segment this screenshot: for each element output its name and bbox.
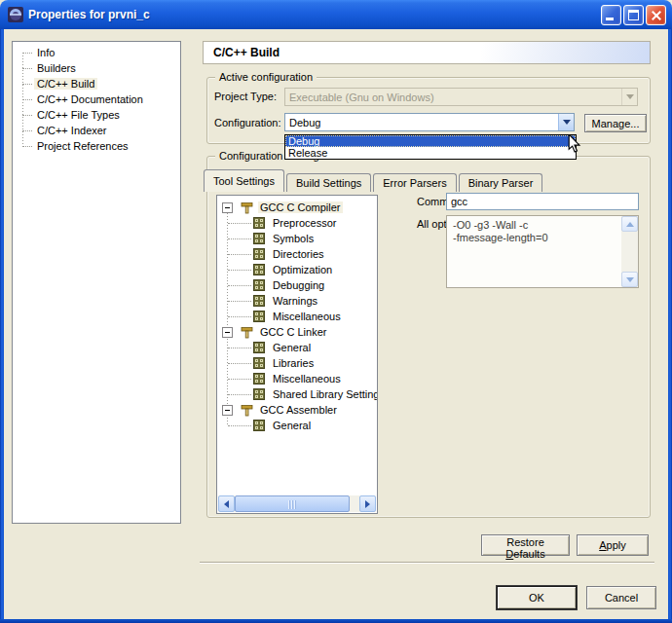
maximize-button[interactable] — [623, 5, 644, 25]
arrow-left-icon — [224, 500, 229, 508]
dropdown-option[interactable]: Debug — [285, 135, 576, 147]
arrow-right-icon — [365, 500, 370, 508]
tree-item-setting[interactable]: Libraries — [217, 355, 377, 371]
tree-item-setting[interactable]: Debugging — [217, 277, 377, 293]
chevron-down-icon — [621, 89, 637, 105]
scroll-right-button[interactable] — [359, 495, 376, 512]
button-divider — [200, 562, 654, 564]
tree-item-setting[interactable]: Symbols — [217, 231, 377, 246]
cancel-button[interactable]: Cancel — [586, 586, 656, 609]
all-options-text[interactable]: -O0 -g3 -Wall -c -fmessage-length=0 — [447, 216, 621, 287]
sidebar-item[interactable]: C/C++ Indexer — [13, 123, 180, 138]
configuration-dropdown-list: Debug Release — [284, 134, 577, 160]
all-options-box: -O0 -g3 -Wall -c -fmessage-length=0 — [446, 215, 639, 288]
category-grid-icon — [253, 357, 265, 369]
configuration-value: Debug — [285, 117, 558, 128]
category-grid-icon — [253, 248, 265, 260]
tool-settings-tree-rows: GCC C CompilerPreprocessorSymbolsDirecto… — [217, 196, 377, 433]
category-grid-icon — [253, 373, 265, 385]
category-grid-icon — [253, 295, 265, 307]
apply-button[interactable]: Apply — [577, 534, 649, 556]
arrow-up-icon — [626, 222, 634, 227]
tree-item-setting[interactable]: Directories — [217, 246, 377, 262]
vertical-scrollbar[interactable] — [621, 216, 638, 287]
project-type-label: Project Type: — [214, 91, 277, 102]
project-type-value: Executable (Gnu on Windows) — [285, 92, 621, 103]
sidebar-item[interactable]: Info — [13, 45, 180, 60]
settings-tabs: Tool Settings Build Settings Error Parse… — [204, 169, 544, 192]
configuration-label: Configuration: — [214, 117, 281, 128]
tree-item-setting[interactable]: Warnings — [217, 293, 377, 309]
tree-item-tool[interactable]: GCC C Compiler — [217, 200, 377, 215]
horizontal-scrollbar[interactable] — [218, 495, 376, 512]
tree-item-tool[interactable]: GCC Assembler — [217, 402, 377, 418]
page-title-banner: C/C++ Build — [203, 41, 651, 64]
category-grid-icon — [253, 233, 265, 244]
ok-button[interactable]: OK — [497, 586, 577, 609]
tab[interactable]: Build Settings — [286, 173, 371, 192]
hammer-icon — [241, 404, 253, 417]
manage-button[interactable]: Manage... — [584, 114, 647, 132]
sidebar-item[interactable]: C/C++ File Types — [13, 107, 180, 123]
window-border-left — [0, 29, 4, 623]
chevron-down-icon[interactable] — [558, 114, 574, 130]
tree-item-setting[interactable]: Miscellaneous — [217, 309, 377, 324]
window-border-right — [668, 29, 672, 623]
category-grid-icon — [253, 420, 265, 431]
close-button[interactable] — [646, 5, 666, 25]
minus-box-icon[interactable] — [222, 327, 233, 338]
tree-item-setting[interactable]: Miscellaneous — [217, 371, 377, 386]
minus-box-icon[interactable] — [222, 202, 233, 213]
tree-item-setting[interactable]: General — [217, 418, 377, 433]
tree-item-setting[interactable]: General — [217, 340, 377, 355]
tab[interactable]: Tool Settings — [204, 169, 284, 192]
category-grid-icon — [253, 264, 265, 275]
group-label: Active configuration — [215, 71, 317, 84]
restore-defaults-button[interactable]: Restore Defaults — [481, 534, 570, 556]
command-input[interactable]: gcc — [446, 193, 639, 210]
eclipse-icon — [8, 7, 23, 22]
scrollbar-track[interactable] — [235, 495, 359, 512]
sidebar-item[interactable]: C/C++ Documentation — [13, 92, 180, 107]
sidebar-item[interactable]: Project References — [13, 138, 180, 154]
titlebar[interactable]: Properties for prvni_c — [0, 0, 672, 29]
maximize-icon — [628, 10, 639, 20]
project-type-combo: Executable (Gnu on Windows) — [284, 88, 638, 106]
properties-nav-tree: Info Builders C/C++ Build C/C++ Document… — [12, 41, 181, 524]
tab[interactable]: Error Parsers — [373, 173, 456, 192]
category-grid-icon — [253, 279, 265, 291]
scroll-up-button[interactable] — [621, 216, 638, 232]
category-grid-icon — [253, 388, 265, 400]
sidebar-item[interactable]: Builders — [13, 60, 180, 76]
category-grid-icon — [253, 217, 265, 229]
scroll-down-button[interactable] — [621, 272, 638, 287]
tree-item-setting[interactable]: Shared Library Settings — [217, 386, 377, 402]
hammer-icon — [241, 326, 253, 339]
category-grid-icon — [253, 342, 265, 353]
hammer-icon — [241, 202, 253, 214]
tree-item-setting[interactable]: Optimization — [217, 262, 377, 277]
window-border-bottom — [0, 619, 672, 623]
scroll-left-button[interactable] — [218, 495, 235, 512]
tree-item-setting[interactable]: Preprocessor — [217, 215, 377, 231]
minimize-icon — [606, 18, 614, 20]
tool-settings-tree: GCC C CompilerPreprocessorSymbolsDirecto… — [216, 195, 378, 514]
arrow-down-icon — [626, 277, 634, 282]
minimize-button[interactable] — [601, 5, 621, 25]
scrollbar-thumb[interactable] — [235, 495, 350, 512]
page-title: C/C++ Build — [213, 46, 280, 59]
sidebar-item[interactable]: C/C++ Build — [13, 76, 180, 92]
window-title: Properties for prvni_c — [28, 8, 150, 21]
dropdown-option[interactable]: Release — [285, 147, 576, 159]
tab[interactable]: Binary Parser — [459, 173, 543, 192]
mouse-cursor — [568, 134, 581, 155]
category-grid-icon — [253, 311, 265, 322]
minus-box-icon[interactable] — [222, 405, 233, 416]
properties-dialog: Properties for prvni_c Info Builders C/ — [0, 0, 672, 623]
tree-item-tool[interactable]: GCC C Linker — [217, 324, 377, 340]
configuration-combo[interactable]: Debug — [284, 113, 575, 131]
